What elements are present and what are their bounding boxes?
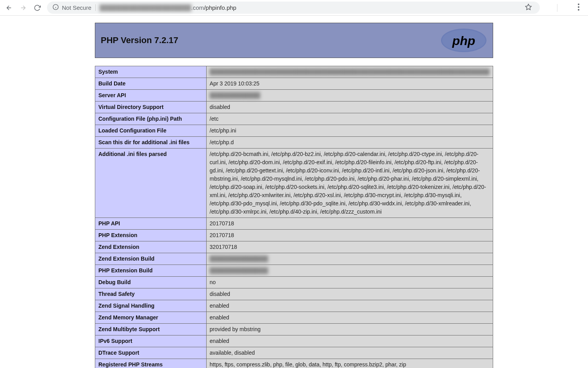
config-key: DTrace Support	[95, 347, 207, 359]
config-value: 20170718	[206, 218, 493, 230]
config-key: Zend Extension Build	[95, 253, 207, 265]
url-text: ██████████████████████.com/phpinfo.php	[100, 4, 236, 11]
phpinfo-table: System██████████████████████████████████…	[95, 66, 493, 368]
config-value: /etc/php.d/20-bcmath.ini, /etc/php.d/20-…	[206, 149, 493, 218]
table-row: Zend Signal Handlingenabled	[95, 300, 493, 312]
config-value: Apr 3 2019 10:03:25	[206, 78, 493, 90]
config-key: System	[95, 66, 207, 78]
config-key: Configuration File (php.ini) Path	[95, 113, 207, 125]
config-value: 320170718	[206, 241, 493, 253]
config-key: Server API	[95, 90, 207, 102]
config-key: PHP Extension	[95, 230, 207, 241]
svg-point-5	[578, 6, 579, 8]
svg-text:php: php	[452, 34, 475, 48]
table-row: Zend Extension320170718	[95, 241, 493, 253]
config-value: disabled	[206, 102, 493, 113]
table-row: Server API█████████████	[95, 90, 493, 102]
config-value: https, ftps, compress.zlib, php, file, g…	[206, 359, 493, 368]
arrow-left-icon	[5, 4, 13, 11]
info-icon	[53, 4, 59, 11]
table-row: Zend Extension Build███████████████	[95, 253, 493, 265]
config-key: Registered PHP Streams	[95, 359, 207, 368]
arrow-right-icon	[20, 4, 27, 11]
table-row: Configuration File (php.ini) Path/etc	[95, 113, 493, 125]
dots-vertical-icon	[578, 4, 579, 11]
address-bar[interactable]: Not Secure ██████████████████████.com/ph…	[47, 2, 540, 14]
config-value: ████████████████████████████████████████…	[206, 66, 493, 78]
config-key: Thread Safety	[95, 288, 207, 300]
config-value: no	[206, 277, 493, 288]
table-row: Scan this dir for additional .ini files/…	[95, 137, 493, 149]
table-row: Debug Buildno	[95, 277, 493, 288]
config-key: PHP Extension Build	[95, 265, 207, 277]
table-row: System██████████████████████████████████…	[95, 66, 493, 78]
page-content: PHP Version 7.2.17 php System███████████…	[0, 16, 588, 368]
config-value: provided by mbstring	[206, 324, 493, 335]
config-key: Virtual Directory Support	[95, 102, 207, 113]
table-row: Zend Memory Managerenabled	[95, 312, 493, 324]
config-value: available, disabled	[206, 347, 493, 359]
table-row: Build DateApr 3 2019 10:03:25	[95, 78, 493, 90]
config-key: Additional .ini files parsed	[95, 149, 207, 218]
config-value: ███████████████	[206, 253, 493, 265]
browser-menu-button[interactable]	[574, 4, 583, 12]
svg-point-4	[578, 4, 579, 5]
config-key: Scan this dir for additional .ini files	[95, 137, 207, 149]
table-row: Additional .ini files parsed/etc/php.d/2…	[95, 149, 493, 218]
config-value: enabled	[206, 335, 493, 347]
config-value: /etc/php.ini	[206, 125, 493, 137]
forward-button[interactable]	[19, 4, 27, 12]
browser-toolbar: Not Secure ██████████████████████.com/ph…	[0, 0, 588, 16]
svg-point-6	[578, 9, 579, 11]
table-row: Zend Multibyte Supportprovided by mbstri…	[95, 324, 493, 335]
bookmark-star-icon[interactable]	[525, 4, 532, 12]
config-key: Debug Build	[95, 277, 207, 288]
config-key: Loaded Configuration File	[95, 125, 207, 137]
php-logo-icon: php	[440, 28, 487, 53]
table-row: PHP API20170718	[95, 218, 493, 230]
table-row: DTrace Supportavailable, disabled	[95, 347, 493, 359]
config-value: /etc	[206, 113, 493, 125]
table-row: Loaded Configuration File/etc/php.ini	[95, 125, 493, 137]
config-value: enabled	[206, 312, 493, 324]
config-value: ███████████████	[206, 265, 493, 277]
config-key: Build Date	[95, 78, 207, 90]
config-key: Zend Signal Handling	[95, 300, 207, 312]
svg-marker-3	[526, 4, 532, 10]
config-value: /etc/php.d	[206, 137, 493, 149]
not-secure-label: Not Secure	[62, 4, 96, 11]
config-value: 20170718	[206, 230, 493, 241]
toolbar-divider	[557, 4, 557, 12]
config-key: IPv6 Support	[95, 335, 207, 347]
table-row: IPv6 Supportenabled	[95, 335, 493, 347]
reload-icon	[34, 4, 41, 11]
php-version-title: PHP Version 7.2.17	[101, 35, 178, 45]
config-value: enabled	[206, 300, 493, 312]
config-key: Zend Memory Manager	[95, 312, 207, 324]
back-button[interactable]	[5, 4, 13, 12]
config-key: PHP API	[95, 218, 207, 230]
reload-button[interactable]	[33, 4, 42, 12]
config-value: disabled	[206, 288, 493, 300]
table-row: Thread Safetydisabled	[95, 288, 493, 300]
table-row: Registered PHP Streamshttps, ftps, compr…	[95, 359, 493, 368]
config-key: Zend Extension	[95, 241, 207, 253]
table-row: Virtual Directory Supportdisabled	[95, 102, 493, 113]
config-key: Zend Multibyte Support	[95, 324, 207, 335]
phpinfo-header: PHP Version 7.2.17 php	[95, 23, 493, 58]
table-row: PHP Extension20170718	[95, 230, 493, 241]
table-row: PHP Extension Build███████████████	[95, 265, 493, 277]
config-value: █████████████	[206, 90, 493, 102]
